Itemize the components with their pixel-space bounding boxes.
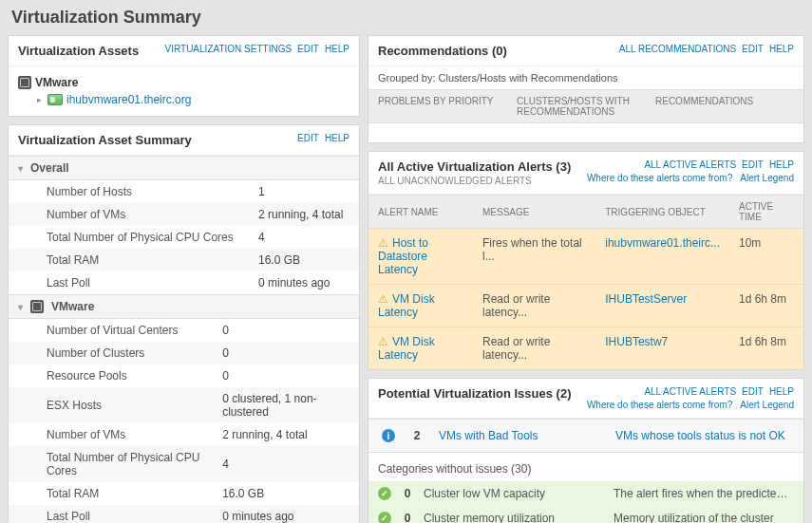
link[interactable]: VIRTUALIZATION SETTINGS xyxy=(165,44,293,54)
chevron-down-icon: ▾ xyxy=(18,163,23,174)
link[interactable]: HELP xyxy=(325,44,349,54)
link[interactable]: EDIT xyxy=(297,133,319,143)
link[interactable]: EDIT xyxy=(742,44,764,54)
host-icon xyxy=(47,94,63,105)
link[interactable]: Where do these alerts come from? xyxy=(587,400,732,410)
alert-message: Read or write latency... xyxy=(473,327,595,370)
section-head[interactable]: ▾VMware xyxy=(9,294,359,319)
kv-key: Total Number of Physical CPU Cores xyxy=(9,446,222,482)
table-row: Last Poll0 minutes ago xyxy=(9,505,359,523)
tree-child-link[interactable]: ihubvmware01.theirc.org xyxy=(66,93,191,106)
panel-links: VIRTUALIZATION SETTINGSEDITHELP xyxy=(165,44,349,54)
table-row: Total Number of Physical CPU Cores4 xyxy=(9,446,359,482)
panel-title: Recommendations (0) xyxy=(378,44,507,58)
issue-name-link[interactable]: VMs with Bad Tools xyxy=(439,429,600,442)
triggering-object-link[interactable]: IHUBTestw7 xyxy=(605,335,668,348)
kv-key: Number of VMs xyxy=(9,203,258,226)
alert-row[interactable]: ⚠Host to Datastore LatencyFires when the… xyxy=(368,229,803,285)
tree-child[interactable]: ▸ ihubvmware01.theirc.org xyxy=(18,91,349,108)
triggering-object-link[interactable]: IHUBTestServer xyxy=(605,292,687,306)
link[interactable]: ALL ACTIVE ALERTS xyxy=(644,386,736,397)
expand-icon[interactable]: ▸ xyxy=(35,96,44,104)
kv-value: 2 running, 4 total xyxy=(222,423,359,446)
alert-row[interactable]: ⚠VM Disk LatencyRead or write latency...… xyxy=(368,327,803,370)
link[interactable]: HELP xyxy=(769,44,794,54)
link[interactable]: EDIT xyxy=(297,44,319,54)
virtualization-assets-panel: Virtualization Assets VIRTUALIZATION SET… xyxy=(8,35,360,117)
link[interactable]: HELP xyxy=(769,386,794,397)
table-row: Number of VMs2 running, 4 total xyxy=(9,423,359,446)
table-row: Total Number of Physical CPU Cores4 xyxy=(9,226,359,249)
kv-key: Number of Clusters xyxy=(9,342,222,364)
kv-value: 16.0 GB xyxy=(258,249,359,271)
alert-row[interactable]: ⚠VM Disk LatencyRead or write latency...… xyxy=(368,285,803,327)
potential-issues-panel: Potential Virtualization Issues (2) ALL … xyxy=(368,378,804,523)
vmware-icon xyxy=(30,300,44,313)
issue-desc: Memory utilization of the cluster xyxy=(614,512,774,523)
table-row: Number of VMs2 running, 4 total xyxy=(9,203,359,226)
issue-top-row[interactable]: i 2 VMs with Bad Tools VMs whose tools s… xyxy=(368,419,803,453)
issue-row[interactable]: ✓0Cluster memory utilizationMemory utili… xyxy=(368,506,803,523)
kv-value: 0 minutes ago xyxy=(258,271,359,294)
alert-message: Read or write latency... xyxy=(473,285,595,327)
issue-name: Cluster memory utilization xyxy=(424,512,604,523)
check-icon: ✓ xyxy=(378,487,391,500)
table-row: Number of Clusters0 xyxy=(9,342,359,364)
panel-links: ALL RECOMMENDATIONSEDITHELP xyxy=(619,44,794,54)
kv-key: Number of VMs xyxy=(9,423,222,446)
warning-icon: ⚠ xyxy=(378,292,388,306)
kv-key: Resource Pools xyxy=(9,364,222,387)
link[interactable]: EDIT xyxy=(742,386,764,397)
kv-value: 0 xyxy=(222,364,359,387)
panel-sublinks: Where do these alerts come from?Alert Le… xyxy=(587,173,794,183)
issue-count: 2 xyxy=(410,429,424,442)
link[interactable]: HELP xyxy=(769,159,794,170)
kv-value: 16.0 GB xyxy=(222,482,359,505)
link[interactable]: Where do these alerts come from? xyxy=(587,173,732,183)
link[interactable]: Alert Legend xyxy=(740,173,794,183)
kv-table: Number of Virtual Centers0Number of Clus… xyxy=(9,319,359,523)
warning-icon: ⚠ xyxy=(378,236,388,250)
panel-sublinks: Where do these alerts come from?Alert Le… xyxy=(587,400,794,410)
alert-message: Fires when the total l... xyxy=(473,229,595,285)
panel-links: ALL ACTIVE ALERTSEDITHELP xyxy=(644,386,794,397)
col-header: CLUSTERS/HOSTS WITH RECOMMENDATIONS xyxy=(517,96,655,117)
grouped-by-note: Grouped by: Clusters/Hosts with Recommen… xyxy=(368,66,803,89)
issue-count: 0 xyxy=(401,512,414,523)
section-head[interactable]: ▾Overall xyxy=(9,156,359,180)
table-row: Resource Pools0 xyxy=(9,364,359,387)
link[interactable]: ALL ACTIVE ALERTS xyxy=(644,159,736,170)
col-header: PROBLEMS BY PRIORITY xyxy=(378,96,517,117)
categories-note: Categories without issues (30) xyxy=(368,453,803,481)
col-header: RECOMMENDATIONS xyxy=(655,96,794,117)
kv-key: Total RAM xyxy=(9,249,258,271)
panel-subtitle: ALL UNACKNOWLEDGED ALERTS xyxy=(378,176,571,186)
col-header: ALERT NAME xyxy=(368,196,473,229)
issue-desc-link[interactable]: VMs whose tools status is not OK xyxy=(615,429,785,442)
panel-title: Virtualization Assets xyxy=(18,44,139,58)
kv-key: Total RAM xyxy=(9,482,222,505)
table-row: Total RAM16.0 GB xyxy=(9,482,359,505)
col-header: ACTIVE TIME xyxy=(729,196,803,229)
link[interactable]: EDIT xyxy=(742,159,764,170)
issue-row[interactable]: ✓0Cluster low VM capacityThe alert fires… xyxy=(368,481,803,506)
kv-value: 0 xyxy=(222,319,359,342)
link[interactable]: Alert Legend xyxy=(740,400,794,410)
kv-value: 0 xyxy=(222,342,359,364)
kv-key: Last Poll xyxy=(9,271,258,294)
table-row: Total RAM16.0 GB xyxy=(9,249,359,271)
panel-title: Potential Virtualization Issues (2) xyxy=(378,386,571,401)
panel-title: Virtualization Asset Summary xyxy=(18,133,192,147)
triggering-object-link[interactable]: ihubvmware01.theirc... xyxy=(605,236,720,250)
active-alerts-panel: All Active Virtualization Alerts (3) ALL… xyxy=(368,151,804,370)
link[interactable]: ALL RECOMMENDATIONS xyxy=(619,44,736,54)
tree-root[interactable]: VMware xyxy=(18,74,349,91)
alerts-table: ALERT NAMEMESSAGETRIGGERING OBJECTACTIVE… xyxy=(368,195,803,369)
kv-key: Number of Virtual Centers xyxy=(9,319,222,342)
kv-value: 0 minutes ago xyxy=(222,505,359,523)
link[interactable]: HELP xyxy=(325,133,349,143)
issue-count: 0 xyxy=(401,487,414,500)
vmware-icon xyxy=(18,76,31,89)
kv-value: 0 clustered, 1 non-clustered xyxy=(222,387,359,423)
panel-title: All Active Virtualization Alerts (3) xyxy=(378,159,571,174)
